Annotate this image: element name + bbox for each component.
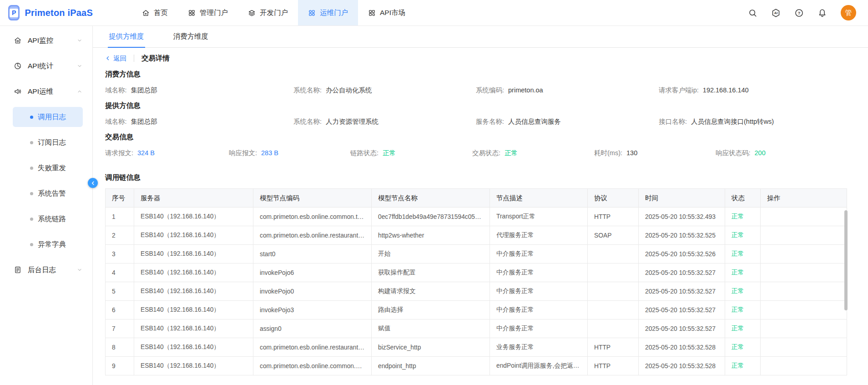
page-title: 交易详情 [141, 54, 170, 63]
table-cell: com.primeton.esb.online.common.end... [253, 357, 372, 375]
section-title: 消费方信息 [105, 70, 847, 79]
field-label: 系统编码: [476, 86, 504, 94]
sidebar-group-3[interactable]: 后台日志 [0, 257, 92, 283]
table-cell: 0ec7ffdb1deb49a49e78731594c056dc [372, 208, 490, 226]
sidebar-group-0[interactable]: API监控 [0, 28, 92, 53]
table-cell [761, 338, 847, 357]
sidebar: API监控API统计API运维调用日志订阅日志失败重发系统告警系统链路异常字典后… [0, 26, 93, 385]
column-header: 序号 [106, 189, 134, 208]
table-cell: 2025-05-20 10:55:32.528 [639, 338, 725, 357]
navbar-actions: AI?管 [748, 5, 868, 20]
api-market-icon [368, 9, 376, 17]
brand[interactable]: P Primeton iPaaS [0, 5, 93, 20]
nav-item-0[interactable]: 首页 [132, 0, 178, 25]
bullet-icon [30, 116, 33, 119]
table-row[interactable]: 5ESB140（192.168.16.140）invokePojo0构建请求报文… [106, 282, 847, 301]
table-cell: 正常 [725, 282, 761, 301]
field-label: 耗时(ms): [594, 149, 622, 157]
sidebar-item-link[interactable]: 系统链路 [13, 209, 83, 229]
table-cell: SOAP [588, 226, 639, 245]
sidebar-group-1[interactable]: API统计 [0, 53, 92, 79]
table-cell: 2 [106, 226, 134, 245]
sidebar-group-2[interactable]: API运维 [0, 79, 92, 104]
table-cell: ESB140（192.168.16.140） [134, 208, 253, 226]
back-label: 返回 [113, 54, 126, 63]
column-header: 模型节点名称 [372, 189, 490, 208]
field-value: 人员信息查询接口(http转ws) [691, 118, 774, 125]
table-row[interactable]: 6ESB140（192.168.16.140）invokePojo3路由选择中介… [106, 301, 847, 319]
sidebar-item-link[interactable]: 系统告警 [13, 183, 83, 203]
call-chain-table: 序号服务器模型节点编码模型节点名称节点描述协议时间状态操作 1ESB140（19… [105, 188, 847, 375]
field-label: 域名称: [105, 86, 127, 94]
field-value[interactable]: 324 B [137, 149, 155, 157]
table-cell [761, 263, 847, 282]
tab-0[interactable]: 提供方维度 [108, 26, 145, 48]
table-row[interactable]: 7ESB140（192.168.16.140）assign0赋值中介服务正常20… [106, 319, 847, 338]
table-cell [761, 226, 847, 245]
nav-item-4[interactable]: API市场 [358, 0, 415, 25]
table-header: 序号服务器模型节点编码模型节点名称节点描述协议时间状态操作 [106, 189, 847, 208]
bullet-icon [30, 141, 33, 144]
table-cell [588, 319, 639, 338]
table-cell: 3 [106, 245, 134, 263]
table-row[interactable]: 9ESB140（192.168.16.140）com.primeton.esb.… [106, 357, 847, 375]
sidebar-item-link[interactable]: 订阅日志 [13, 132, 83, 152]
table-row[interactable]: 8ESB140（192.168.16.140）com.primeton.esb.… [106, 338, 847, 357]
field-label: 响应报文: [229, 149, 257, 157]
table-row[interactable]: 4ESB140（192.168.16.140）invokePojo6获取操作配置… [106, 263, 847, 282]
detail-field: 链路状态:正常 [350, 149, 472, 157]
tab-1[interactable]: 消费方维度 [172, 26, 210, 48]
table-cell: com.primeton.esb.online.restaurant.b... [253, 338, 372, 357]
table-cell: 2025-05-20 10:55:32.493 [639, 208, 725, 226]
nav-item-1[interactable]: 管理门户 [178, 0, 238, 25]
field-value: 办公自动化系统 [326, 86, 372, 94]
nav-item-3[interactable]: 运维门户 [298, 0, 358, 25]
search-icon[interactable] [748, 8, 757, 18]
nav-item-2[interactable]: 开发门户 [238, 0, 298, 25]
primary-nav: 首页管理门户开发门户运维门户API市场 [132, 0, 415, 25]
column-header: 节点描述 [490, 189, 588, 208]
table-row[interactable]: 3ESB140（192.168.16.140）start0开始中介服务正常202… [106, 245, 847, 263]
user-avatar[interactable]: 管 [841, 5, 856, 20]
table-cell: 路由选择 [372, 301, 490, 319]
table-cell [588, 245, 639, 263]
detail-field: 系统名称:人力资源管理系统 [293, 117, 476, 126]
sidebar-item-link[interactable]: 异常字典 [13, 234, 83, 254]
sidebar-item-link[interactable]: 调用日志 [13, 107, 83, 127]
table-cell: ESB140（192.168.16.140） [134, 301, 253, 319]
field-label: 系统名称: [293, 118, 322, 125]
table-cell: ESB140（192.168.16.140） [134, 338, 253, 357]
brand-name: Primeton iPaaS [25, 8, 93, 18]
table-row[interactable]: 1ESB140（192.168.16.140）com.primeton.esb.… [106, 208, 847, 226]
column-header: 服务器 [134, 189, 253, 208]
field-value[interactable]: 283 B [261, 149, 278, 157]
table-scrollbar[interactable] [844, 210, 848, 310]
detail-field: 系统编码:primeton.oa [476, 86, 659, 95]
table-cell [761, 245, 847, 263]
column-header: 状态 [725, 189, 761, 208]
field-label: 接口名称: [659, 118, 687, 125]
back-button[interactable]: 返回 [105, 54, 126, 63]
detail-sections: 消费方信息域名称:集团总部系统名称:办公自动化系统系统编码:primeton.o… [105, 70, 847, 157]
help-icon[interactable]: ? [794, 8, 804, 18]
column-header: 时间 [639, 189, 725, 208]
table-cell: ESB140（192.168.16.140） [134, 263, 253, 282]
table-cell: 正常 [725, 208, 761, 226]
table-row[interactable]: 2ESB140（192.168.16.140）com.primeton.esb.… [106, 226, 847, 245]
table-cell: 中介服务正常 [490, 319, 588, 338]
table-cell: com.primeton.esb.online.common.tra... [253, 208, 372, 226]
table-cell: com.primeton.esb.online.restaurant.p... [253, 226, 372, 245]
table-cell: 正常 [725, 319, 761, 338]
table-cell: invokePojo3 [253, 301, 372, 319]
ai-icon[interactable]: AI [771, 8, 781, 18]
table-cell: 赋值 [372, 319, 490, 338]
chevron-down-icon [77, 267, 82, 273]
bell-icon[interactable] [818, 8, 827, 18]
detail-field: 请求报文:324 B [105, 149, 229, 157]
detail-field: 域名称:集团总部 [105, 86, 293, 95]
sidebar-collapse-button[interactable] [88, 178, 98, 188]
table-cell: HTTP [588, 338, 639, 357]
sidebar-item-link[interactable]: 失败重发 [13, 158, 83, 178]
table-cell: ESB140（192.168.16.140） [134, 357, 253, 375]
app-body: API监控API统计API运维调用日志订阅日志失败重发系统告警系统链路异常字典后… [0, 26, 868, 385]
